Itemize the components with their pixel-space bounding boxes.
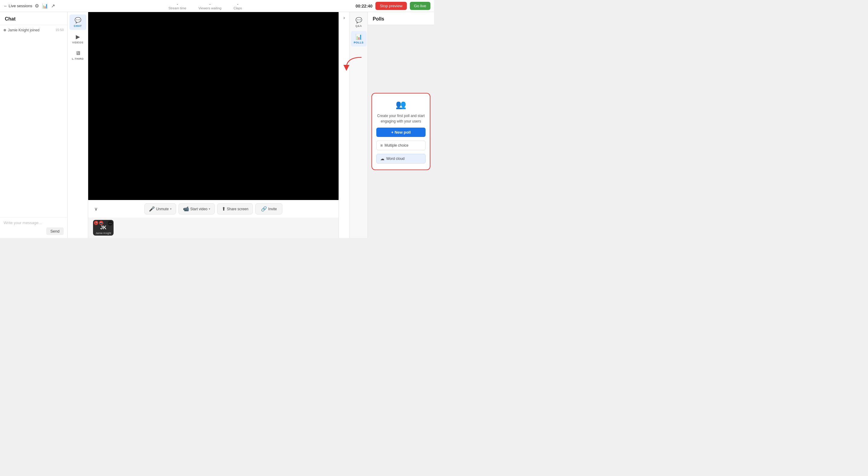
qa-icon: 💬 [355, 17, 362, 24]
multiple-choice-label: Multiple choice [384, 143, 408, 147]
participant-area: 🎤 📷 JK Jamie Knight ⋯ [88, 217, 339, 238]
mic-muted-icon: 🎤 [94, 221, 98, 225]
video-controls: ∨ 🎤 Unmute ▾ 📹 Start video ▾ [88, 200, 339, 217]
videos-icon: ▶ [76, 33, 80, 40]
invite-label: Invite [268, 207, 277, 211]
topbar-icons: ⚙ 📊 ↗ [35, 3, 55, 9]
topbar: ← Live sessions ⚙ 📊 ↗ - Stream time - Vi… [0, 0, 434, 12]
chat-messages: Jamie Knight joined 15:50 [0, 25, 67, 217]
stop-preview-button[interactable]: Stop preview [375, 2, 406, 10]
center-area: 💬 CHAT ▶ VIDEOS 🖥 L.THIRD ∨ 🎤 Unmute [68, 12, 434, 238]
lthird-label: L.THIRD [72, 57, 84, 60]
back-button[interactable]: ← Live sessions [4, 4, 32, 8]
go-live-button[interactable]: Go live [410, 2, 430, 10]
settings-icon[interactable]: ⚙ [35, 3, 39, 9]
multiple-choice-button[interactable]: ≡ Multiple choice [376, 141, 426, 150]
unmute-button[interactable]: 🎤 Unmute ▾ [144, 203, 176, 214]
chat-input[interactable] [4, 220, 64, 225]
polls-icon: 📊 [355, 33, 362, 40]
chat-input-area: Send [0, 217, 67, 238]
share-screen-label: Share screen [227, 207, 248, 211]
collapse-right-icon: › [343, 15, 345, 21]
polls-card-description: Create your first poll and start engagin… [376, 113, 426, 124]
unmute-chevron-icon: ▾ [170, 207, 172, 210]
word-cloud-label: Word cloud [386, 157, 404, 161]
nav-collapse-button[interactable]: › [339, 12, 349, 238]
right-toolbar: 💬 Q&A 📊 POLLS [349, 12, 368, 238]
chat-message-time: 15:50 [55, 28, 64, 32]
stat-claps: - Claps [234, 2, 242, 10]
external-icon[interactable]: ↗ [51, 3, 55, 9]
video-main [88, 12, 339, 200]
participant-name: Jamie Knight [93, 232, 114, 235]
start-video-chevron-icon: ▾ [209, 207, 210, 210]
qa-label: Q&A [355, 25, 362, 28]
sidebar-item-videos[interactable]: ▶ VIDEOS [69, 31, 86, 46]
cam-muted-icon: 📷 [99, 221, 103, 225]
lthird-icon: 🖥 [75, 50, 81, 57]
polls-content: 👥 Create your first poll and start engag… [368, 25, 434, 238]
polls-card-icon: 👥 [396, 100, 406, 109]
stream-timer: 00:22:40 [355, 4, 372, 8]
chat-sidebar: Chat Jamie Knight joined 15:50 Send [0, 12, 68, 238]
participant-more-button[interactable]: ⋯ [108, 221, 113, 226]
invite-button[interactable]: 🔗 Invite [255, 203, 282, 214]
collapse-button[interactable]: ∨ [94, 206, 98, 212]
polls-panel: Polls 👥 Create your first poll and start… [368, 12, 434, 238]
word-cloud-button[interactable]: ☁ Word cloud [376, 154, 426, 164]
video-container: ∨ 🎤 Unmute ▾ 📹 Start video ▾ [88, 12, 339, 238]
share-screen-icon: ⬆ [222, 206, 226, 212]
sidebar-item-chat[interactable]: 💬 CHAT [69, 14, 86, 30]
polls-label: POLLS [354, 41, 364, 44]
unmute-icon: 🎤 [149, 206, 155, 212]
invite-icon: 🔗 [261, 206, 267, 212]
chat-label: CHAT [74, 25, 82, 28]
send-button[interactable]: Send [46, 228, 64, 235]
topbar-stats: - Stream time - Viewers waiting - Claps [60, 2, 351, 10]
polls-wrapper: Polls 👥 Create your first poll and start… [368, 12, 434, 238]
videos-label: VIDEOS [72, 41, 83, 44]
start-video-icon: 📹 [183, 206, 189, 212]
word-cloud-icon: ☁ [380, 156, 384, 161]
right-toolbar-qa[interactable]: 💬 Q&A [351, 14, 367, 30]
participant-icons: 🎤 📷 [94, 221, 103, 225]
share-screen-button[interactable]: ⬆ Share screen [217, 203, 253, 214]
stat-stream-time: - Stream time [168, 2, 186, 10]
polls-header: Polls [368, 12, 434, 25]
stats-icon[interactable]: 📊 [42, 3, 48, 9]
new-poll-button[interactable]: + New poll [376, 128, 426, 137]
main-layout: Chat Jamie Knight joined 15:50 Send 💬 CH… [0, 12, 434, 238]
left-toolbar: 💬 CHAT ▶ VIDEOS 🖥 L.THIRD [68, 12, 88, 238]
chat-message-text: Jamie Knight joined [4, 28, 39, 32]
sidebar-item-lthird[interactable]: 🖥 L.THIRD [69, 48, 86, 63]
multiple-choice-icon: ≡ [380, 143, 383, 148]
start-video-label: Start video [190, 207, 208, 211]
topbar-right: 00:22:40 Stop preview Go live [355, 2, 430, 10]
topbar-left: ← Live sessions ⚙ 📊 ↗ [4, 3, 55, 9]
chat-icon: 💬 [74, 17, 81, 24]
chat-message: Jamie Knight joined 15:50 [4, 28, 64, 32]
participant-thumbnail: 🎤 📷 JK Jamie Knight ⋯ [93, 220, 114, 236]
chat-title: Chat [0, 12, 67, 25]
avatar-dot [4, 29, 6, 31]
start-video-button[interactable]: 📹 Start video ▾ [179, 203, 215, 214]
stat-viewers: - Viewers waiting [198, 2, 221, 10]
polls-card: 👥 Create your first poll and start engag… [371, 93, 430, 170]
participant-initials: JK [100, 225, 106, 231]
unmute-label: Unmute [156, 207, 169, 211]
right-toolbar-polls[interactable]: 📊 POLLS [351, 31, 367, 46]
